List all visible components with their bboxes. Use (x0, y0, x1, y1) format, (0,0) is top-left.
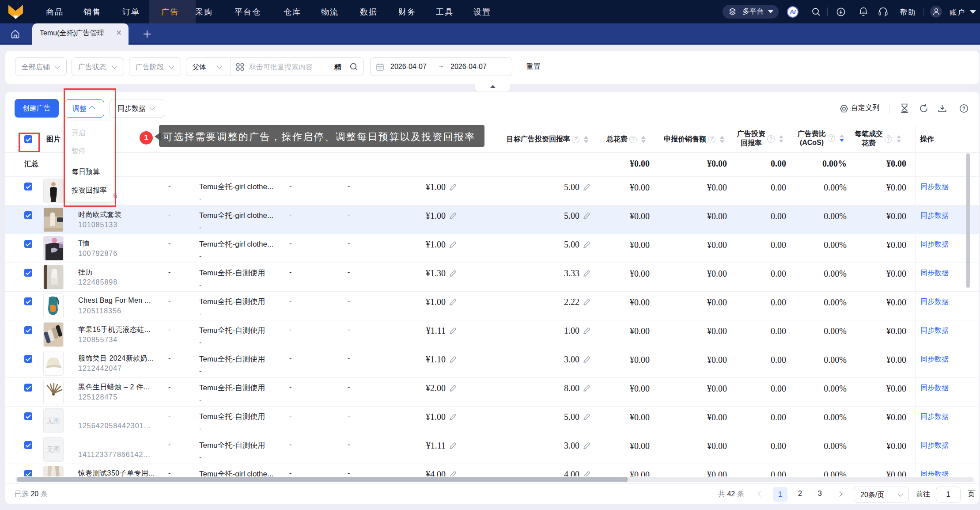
svg-text:?: ? (962, 106, 965, 112)
